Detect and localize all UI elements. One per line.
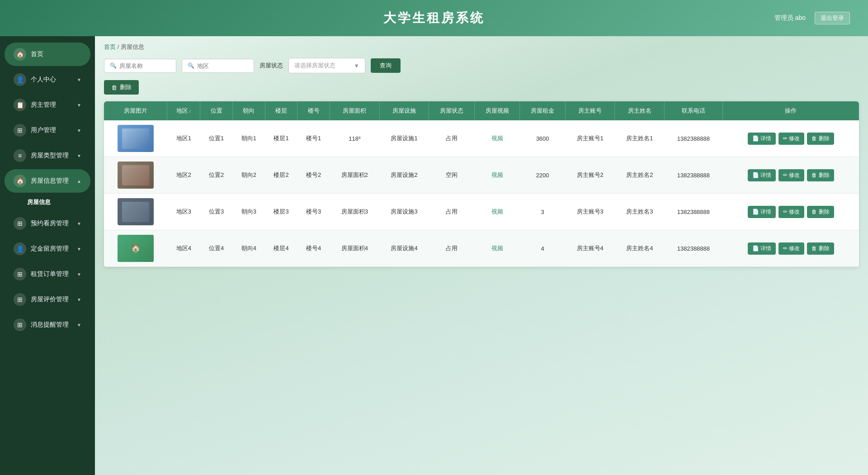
cell-phone-2: 1382388888 xyxy=(665,194,723,230)
cell-status-3: 占用 xyxy=(429,230,475,267)
sidebar-label-order: 租赁订单管理 xyxy=(31,270,69,278)
status-label: 房屋状态 xyxy=(259,62,283,70)
cell-building-2: 楼号3 xyxy=(297,194,330,230)
cell-location-0: 位置1 xyxy=(200,120,233,157)
location-search-wrapper[interactable]: 🔍 xyxy=(182,59,254,73)
header-right: 管理员 abo 退出登录 xyxy=(774,12,850,24)
cell-account-2: 房主账号3 xyxy=(565,194,615,230)
cell-building-3: 楼号4 xyxy=(297,230,330,267)
batch-delete-button[interactable]: 🗑 删除 xyxy=(104,80,139,95)
cell-direction-1: 朝向2 xyxy=(232,157,265,194)
cell-video-1[interactable]: 视频 xyxy=(474,157,520,194)
query-button[interactable]: 查询 xyxy=(371,58,401,73)
cell-status-2: 占用 xyxy=(429,194,475,230)
cell-location-3: 位置4 xyxy=(200,230,233,267)
sidebar-item-message[interactable]: ⊞ 消息提醒管理 ▼ xyxy=(5,313,90,337)
th-floor: 楼层 xyxy=(265,101,297,120)
delete-button-3[interactable]: 🗑 删除 xyxy=(807,242,834,255)
chevron-down-icon: ▼ xyxy=(77,77,81,82)
sidebar-item-room-info[interactable]: 🏠 房屋信息管理 ▲ xyxy=(5,169,90,193)
breadcrumb: 首页 / 房屋信息 xyxy=(104,43,859,51)
cell-video-0[interactable]: 视频 xyxy=(474,120,520,157)
cell-room-area-1: 房屋面积2 xyxy=(330,157,380,194)
room-name-input[interactable] xyxy=(119,62,174,69)
th-building: 楼号 xyxy=(297,101,330,120)
sidebar-item-booking[interactable]: ⊞ 预约看房管理 ▼ xyxy=(5,212,90,235)
landlord-icon: 📋 xyxy=(14,99,26,111)
th-phone: 联系电话 xyxy=(665,101,723,120)
cell-room-area-2: 房屋面积3 xyxy=(330,194,380,230)
sidebar-item-landlord[interactable]: 📋 房主管理 ▼ xyxy=(5,93,90,117)
cell-facilities-3: 房屋设施4 xyxy=(379,230,429,267)
detail-button-1[interactable]: 📄 详情 xyxy=(748,169,776,181)
chevron-down-icon7: ▼ xyxy=(77,247,81,252)
logout-button[interactable]: 退出登录 xyxy=(815,12,850,24)
th-location[interactable]: 位置 xyxy=(200,101,233,120)
cell-direction-2: 朝向3 xyxy=(232,194,265,230)
cell-floor-2: 楼层3 xyxy=(265,194,297,230)
edit-button-2[interactable]: ✏ 修改 xyxy=(778,206,804,218)
edit-button-3[interactable]: ✏ 修改 xyxy=(778,242,804,255)
room-table-container: 房屋图片 地区↕ 位置 朝向 楼层 楼号 房屋面积 房屋设施 房屋状态 房屋视频… xyxy=(104,101,859,267)
th-direction: 朝向 xyxy=(232,101,265,120)
detail-button-3[interactable]: 📄 详情 xyxy=(748,242,776,255)
table-row: 地区1 位置1 朝向1 楼层1 楼号1 118³ 房屋设施1 占用 视频 360… xyxy=(104,120,859,157)
sidebar-item-review[interactable]: ⊞ 房屋评价管理 ▼ xyxy=(5,288,90,311)
delete-button-1[interactable]: 🗑 删除 xyxy=(807,169,834,181)
cell-room-area-0: 118³ xyxy=(330,120,380,157)
th-image: 房屋图片 xyxy=(104,101,167,120)
cell-direction-0: 朝向1 xyxy=(232,120,265,157)
sidebar-item-room-type[interactable]: ≡ 房屋类型管理 ▼ xyxy=(5,144,90,167)
delete-button-2[interactable]: 🗑 删除 xyxy=(807,206,834,218)
cell-name-3: 房主姓名4 xyxy=(615,230,665,267)
sidebar-label-room-info: 房屋信息管理 xyxy=(31,177,69,185)
cell-video-2[interactable]: 视频 xyxy=(474,194,520,230)
sidebar-sub-room-info[interactable]: 房屋信息 xyxy=(0,195,95,210)
sidebar-label-message: 消息提醒管理 xyxy=(31,321,69,329)
search-bar: 🔍 🔍 房屋状态 请选择房屋状态 ▼ 查询 xyxy=(104,58,859,73)
search-icon: 🔍 xyxy=(110,62,117,69)
cell-facilities-0: 房屋设施1 xyxy=(379,120,429,157)
chevron-down-icon9: ▼ xyxy=(77,297,81,302)
detail-button-2[interactable]: 📄 详情 xyxy=(748,206,776,218)
cell-floor-3: 楼层4 xyxy=(265,230,297,267)
sidebar-item-user[interactable]: ⊞ 用户管理 ▼ xyxy=(5,119,90,142)
table-row: 地区3 位置3 朝向3 楼层3 楼号3 房屋面积3 房屋设施3 占用 视频 3 … xyxy=(104,194,859,230)
cell-video-3[interactable]: 视频 xyxy=(474,230,520,267)
chevron-down-icon2: ▼ xyxy=(77,103,81,108)
review-icon: ⊞ xyxy=(14,293,26,306)
breadcrumb-home[interactable]: 首页 xyxy=(104,43,116,50)
status-select[interactable]: 请选择房屋状态 ▼ xyxy=(288,58,365,73)
sidebar-item-home[interactable]: 🏠 首页 xyxy=(5,43,90,66)
cell-area-2: 地区3 xyxy=(167,194,200,230)
th-area[interactable]: 地区↕ xyxy=(167,101,200,120)
cell-image-0 xyxy=(104,120,167,157)
room-name-search-wrapper[interactable]: 🔍 xyxy=(104,59,176,73)
video-link-1[interactable]: 视频 xyxy=(491,171,503,178)
sidebar: 🏠 首页 👤 个人中心 ▼ 📋 房主管理 ▼ ⊞ 用户管理 ▼ ≡ 房屋类型管理… xyxy=(0,36,95,475)
video-link-0[interactable]: 视频 xyxy=(491,135,503,142)
location-input[interactable] xyxy=(197,62,251,69)
sidebar-item-profile[interactable]: 👤 个人中心 ▼ xyxy=(5,68,90,91)
cell-building-0: 楼号1 xyxy=(297,120,330,157)
th-video: 房屋视频 xyxy=(474,101,520,120)
sidebar-label-booking: 预约看房管理 xyxy=(31,219,69,228)
edit-button-0[interactable]: ✏ 修改 xyxy=(778,133,804,145)
sidebar-item-order[interactable]: ⊞ 租赁订单管理 ▼ xyxy=(5,262,90,286)
edit-button-1[interactable]: ✏ 修改 xyxy=(778,169,804,181)
video-link-3[interactable]: 视频 xyxy=(491,245,503,252)
detail-button-0[interactable]: 📄 详情 xyxy=(748,133,776,145)
chevron-down-icon5: ▲ xyxy=(77,179,81,184)
cell-facilities-2: 房屋设施3 xyxy=(379,194,429,230)
cell-building-1: 楼号2 xyxy=(297,157,330,194)
page-title: 大学生租房系统 xyxy=(383,10,485,27)
sidebar-item-deposit[interactable]: 👤 定金留房管理 ▼ xyxy=(5,237,90,261)
cell-area-1: 地区2 xyxy=(167,157,200,194)
th-rent: 房屋租金 xyxy=(520,101,566,120)
th-facilities: 房屋设施 xyxy=(379,101,429,120)
trash-icon: 🗑 xyxy=(111,84,117,91)
video-link-2[interactable]: 视频 xyxy=(491,208,503,215)
select-arrow-icon: ▼ xyxy=(354,62,359,69)
delete-button-0[interactable]: 🗑 删除 xyxy=(807,133,834,145)
chevron-down-icon8: ▼ xyxy=(77,272,81,277)
